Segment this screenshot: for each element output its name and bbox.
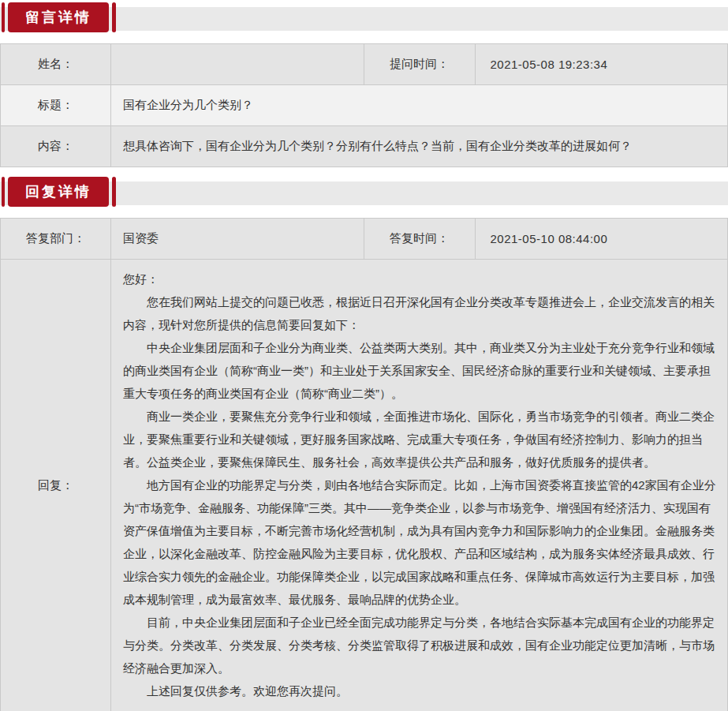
message-detail-page: 留言详情 姓名： 提问时间： 2021-05-08 19:23:34 标题： 国… xyxy=(0,2,728,711)
ask-time-label: 提问时间： xyxy=(364,44,475,85)
header-band xyxy=(0,181,728,205)
table-row: 标题： 国有企业分为几个类别？ xyxy=(1,85,728,126)
table-row: 答复部门： 国资委 答复时间： 2021-05-10 08:44:00 xyxy=(1,219,728,260)
table-row: 回复： 您好： 您在我们网站上提交的问题已收悉，根据近日召开深化国有企业分类改革… xyxy=(1,260,728,711)
reply-section-header: 回复详情 xyxy=(0,177,728,207)
message-section-title: 留言详情 xyxy=(8,2,109,32)
reply-dept-value: 国资委 xyxy=(111,219,364,260)
reply-content: 您好： 您在我们网站上提交的问题已收悉，根据近日召开深化国有企业分类改革专题推进… xyxy=(111,260,728,711)
reply-text: 您好： 您在我们网站上提交的问题已收悉，根据近日召开深化国有企业分类改革专题推进… xyxy=(123,268,716,702)
message-section-header: 留言详情 xyxy=(0,2,728,32)
reply-detail-table: 答复部门： 国资委 答复时间： 2021-05-10 08:44:00 回复： … xyxy=(0,218,728,711)
reply-paragraph: 商业一类企业，要聚焦充分竞争行业和领域，全面推进市场化、国际化，勇当市场竞争的引… xyxy=(123,405,716,473)
header-right-accent-bar xyxy=(112,177,116,207)
reply-paragraph: 中央企业集团层面和子企业分为商业类、公益类两大类别。其中，商业类又分为主业处于充… xyxy=(123,336,716,405)
header-left-accent-bar xyxy=(2,2,5,32)
header-left-accent-bar xyxy=(2,177,5,207)
name-label: 姓名： xyxy=(1,44,111,85)
reply-paragraph: 上述回复仅供参考。欢迎您再次提问。 xyxy=(123,679,716,702)
reply-paragraph: 目前，中央企业集团层面和子企业已经全面完成功能界定与分类，各地结合实际基本完成国… xyxy=(123,611,716,679)
header-band xyxy=(0,7,728,31)
ask-time-value: 2021-05-08 19:23:34 xyxy=(475,44,728,85)
table-row: 姓名： 提问时间： 2021-05-08 19:23:34 xyxy=(1,44,728,85)
name-value xyxy=(111,44,364,85)
reply-paragraph: 地方国有企业的功能界定与分类，则由各地结合实际而定。比如，上海市国资委将直接监管… xyxy=(123,473,716,611)
message-detail-table: 姓名： 提问时间： 2021-05-08 19:23:34 标题： 国有企业分为… xyxy=(0,43,728,167)
header-right-accent-bar xyxy=(112,2,116,32)
content-value: 想具体咨询下，国有企业分为几个类别？分别有什么特点？当前，国有企业分类改革的进展… xyxy=(111,126,728,167)
reply-paragraph: 您在我们网站上提交的问题已收悉，根据近日召开深化国有企业分类改革专题推进会上，企… xyxy=(123,290,716,336)
title-value: 国有企业分为几个类别？ xyxy=(111,85,728,126)
reply-label: 回复： xyxy=(1,260,111,711)
reply-time-label: 答复时间： xyxy=(364,219,475,260)
reply-time-value: 2021-05-10 08:44:00 xyxy=(475,219,728,260)
content-label: 内容： xyxy=(1,126,111,167)
title-label: 标题： xyxy=(1,85,111,126)
reply-section-title: 回复详情 xyxy=(8,177,109,207)
table-row: 内容： 想具体咨询下，国有企业分为几个类别？分别有什么特点？当前，国有企业分类改… xyxy=(1,126,728,167)
reply-dept-label: 答复部门： xyxy=(1,219,111,260)
reply-paragraph: 您好： xyxy=(123,268,716,290)
